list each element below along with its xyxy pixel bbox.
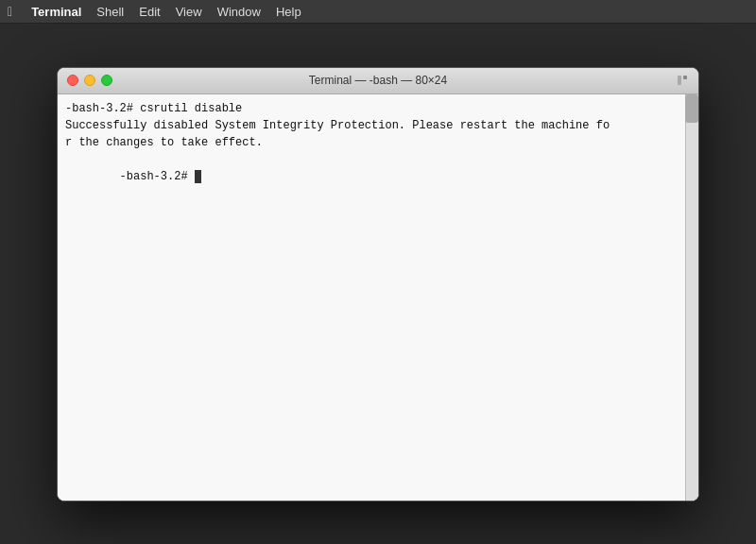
svg-rect-1 (683, 76, 687, 79)
terminal-cursor (195, 170, 201, 183)
title-bar: Terminal — -bash — 80×24 (58, 68, 698, 94)
maximize-button[interactable] (101, 75, 112, 86)
svg-rect-0 (678, 76, 681, 85)
menu-window[interactable]: Window (210, 0, 268, 24)
menu-help[interactable]: Help (268, 0, 309, 24)
traffic-lights (67, 75, 112, 86)
terminal-line-2: Successfully disabled System Integrity P… (65, 117, 691, 134)
desktop: Terminal — -bash — 80×24 -bash-3.2# csru… (0, 24, 756, 544)
terminal-window: Terminal — -bash — 80×24 -bash-3.2# csru… (57, 67, 699, 502)
scrollbar-track[interactable] (685, 94, 698, 501)
close-button[interactable] (67, 75, 78, 86)
terminal-line-1: -bash-3.2# csrutil disable (65, 100, 691, 117)
scroll-indicator-icon (676, 74, 689, 87)
menu-edit[interactable]: Edit (131, 0, 167, 24)
terminal-line-3: r the changes to take effect. (65, 134, 691, 151)
menu-terminal[interactable]: Terminal (24, 0, 89, 24)
apple-menu-icon[interactable]:  (8, 4, 12, 19)
title-bar-right (676, 74, 689, 87)
scrollbar-thumb[interactable] (685, 94, 698, 123)
terminal-content[interactable]: -bash-3.2# csrutil disable Successfully … (58, 94, 698, 501)
menubar:  Terminal Shell Edit View Window Help (0, 0, 756, 24)
window-title: Terminal — -bash — 80×24 (58, 74, 698, 87)
menu-items: Terminal Shell Edit View Window Help (24, 0, 309, 24)
terminal-line-4: -bash-3.2# (65, 151, 691, 202)
minimize-button[interactable] (84, 75, 95, 86)
menu-shell[interactable]: Shell (89, 0, 131, 24)
menu-view[interactable]: View (168, 0, 210, 24)
